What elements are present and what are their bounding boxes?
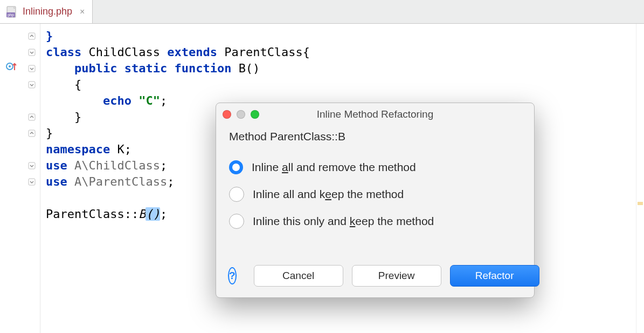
code-line[interactable]: class ChildClass extends ParentClass{ bbox=[40, 44, 636, 60]
fold-toggle-icon[interactable] bbox=[28, 162, 36, 169]
marker-stripe bbox=[636, 24, 644, 333]
preview-button[interactable]: Preview bbox=[352, 265, 441, 287]
code-line[interactable]: public static function B() bbox=[40, 60, 636, 77]
minimize-window-icon bbox=[237, 110, 245, 119]
close-window-icon[interactable] bbox=[223, 110, 231, 119]
option-label: Inline this only and keep the method bbox=[253, 215, 434, 228]
option-label: Inline all and keep the method bbox=[253, 188, 404, 201]
svg-rect-10 bbox=[29, 130, 35, 137]
stripe-mark[interactable] bbox=[638, 202, 643, 205]
code-line[interactable]: { bbox=[40, 77, 636, 93]
close-icon[interactable]: × bbox=[80, 7, 85, 17]
fold-toggle-icon[interactable] bbox=[28, 49, 36, 56]
radio-icon[interactable] bbox=[229, 160, 243, 174]
fold-toggle-icon[interactable] bbox=[28, 65, 36, 72]
svg-rect-5 bbox=[29, 33, 35, 39]
svg-text:php: php bbox=[8, 13, 14, 17]
svg-rect-8 bbox=[29, 81, 35, 88]
refactor-button[interactable]: Refactor bbox=[450, 265, 539, 287]
svg-point-4 bbox=[9, 65, 11, 67]
inline-option-2[interactable]: Inline this only and keep the method bbox=[229, 208, 521, 235]
gutter-folding bbox=[24, 24, 40, 333]
inline-option-1[interactable]: Inline all and keep the method bbox=[229, 181, 521, 208]
dialog-footer: ? Cancel Preview Refactor bbox=[216, 257, 534, 297]
inline-option-0[interactable]: Inline all and remove the method bbox=[229, 154, 521, 181]
fold-toggle-icon[interactable] bbox=[28, 81, 36, 89]
method-label: Method ParentClass::B bbox=[229, 130, 521, 143]
fold-toggle-icon[interactable] bbox=[28, 178, 36, 186]
file-tab[interactable]: php Inlining.php × bbox=[0, 0, 93, 23]
fold-toggle-icon[interactable] bbox=[28, 113, 36, 121]
code-line[interactable]: } bbox=[40, 28, 636, 44]
dialog-titlebar: Inline Method Refactoring bbox=[216, 103, 534, 126]
svg-rect-11 bbox=[29, 162, 35, 169]
fold-toggle-icon[interactable] bbox=[28, 130, 36, 137]
dialog-title: Inline Method Refactoring bbox=[216, 108, 534, 120]
gutter-icons bbox=[0, 24, 24, 333]
radio-icon[interactable] bbox=[229, 214, 244, 229]
php-file-icon: php bbox=[5, 5, 18, 18]
svg-rect-6 bbox=[29, 49, 35, 56]
dialog-body: Method ParentClass::B Inline all and rem… bbox=[216, 126, 534, 257]
svg-rect-12 bbox=[29, 179, 35, 185]
svg-rect-9 bbox=[29, 114, 35, 120]
svg-rect-7 bbox=[29, 65, 35, 72]
fold-toggle-icon[interactable] bbox=[28, 32, 36, 40]
option-label: Inline all and remove the method bbox=[252, 161, 416, 174]
cancel-button[interactable]: Cancel bbox=[254, 265, 343, 287]
help-icon[interactable]: ? bbox=[228, 267, 237, 284]
tab-filename: Inlining.php bbox=[23, 6, 72, 17]
radio-icon[interactable] bbox=[229, 187, 244, 202]
inline-refactor-dialog: Inline Method Refactoring Method ParentC… bbox=[216, 103, 535, 298]
override-up-icon[interactable] bbox=[5, 60, 17, 74]
tab-bar: php Inlining.php × bbox=[0, 0, 644, 24]
zoom-window-icon[interactable] bbox=[251, 110, 259, 119]
window-controls bbox=[223, 110, 259, 119]
